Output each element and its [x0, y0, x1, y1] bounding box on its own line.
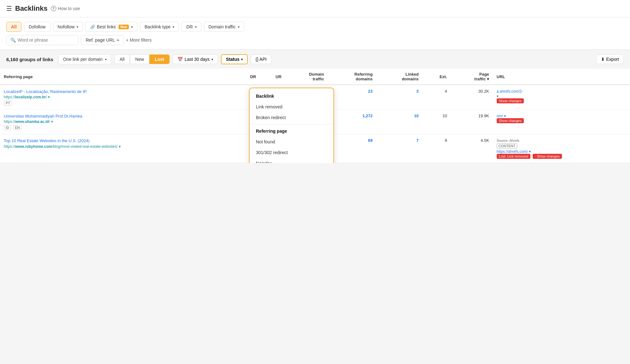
more-filters-button[interactable]: + More filters [126, 38, 152, 43]
table-header-row: Referring page DR UR Domaintraffic Refer… [0, 69, 630, 85]
ref-page-url: https://www.rubyhome.com/blog/most-visit… [4, 144, 118, 149]
domain-traffic-chevron-icon: ▾ [238, 25, 240, 29]
page-title: Backlinks [15, 4, 48, 13]
cell-page-traffic: 4.0K [451, 134, 493, 163]
cell-url: Source: Ahrefs CONTENT https://ahrefs.co… [493, 134, 630, 163]
show-changes-button[interactable]: · Show changes [533, 154, 562, 159]
period-chevron-icon: ▾ [211, 58, 213, 61]
cell-page-traffic: 30.2K [451, 85, 493, 110]
status-dropdown: Backlink Link removed Broken redirect Re… [249, 88, 334, 163]
tab-group: All New Lost [114, 55, 170, 64]
nofollow-chevron-icon: ▾ [77, 25, 78, 29]
tab-all-button[interactable]: All [114, 55, 130, 64]
cell-linked-domains[interactable]: 10 [376, 110, 422, 134]
url-dropdown-arrow: ▾ [119, 144, 121, 149]
filters-bar: All Dofollow Nofollow ▾ 🔗 Best links New… [0, 17, 630, 50]
main-content: Referring page DR UR Domaintraffic Refer… [0, 69, 630, 163]
ref-page-link[interactable]: LocalizeIP - Localização, Rastreamento d… [4, 89, 87, 94]
ref-page-url: https://www.uhamka.ac.id/ ▾ [4, 119, 53, 124]
one-link-chevron-icon: ▾ [105, 58, 107, 61]
lang-tag-en: EN [13, 125, 22, 130]
export-icon: ⬇ [601, 57, 605, 62]
source-label: Source: Ahrefs [497, 139, 519, 142]
cell-ext: 9 [422, 134, 451, 163]
cell-referring-page: Universitas Muhammadiyah Prof.Dr.Hamka h… [0, 110, 234, 134]
col-referring-page: Referring page [0, 69, 234, 85]
calendar-icon: 📅 [177, 57, 183, 62]
filter-dr-button[interactable]: DR ▾ [182, 22, 201, 32]
filter-domain-traffic-button[interactable]: Domain traffic ▾ [204, 22, 244, 32]
url-text[interactable]: om/ [497, 114, 503, 118]
dr-chevron-icon: ▾ [195, 25, 197, 29]
dropdown-301-302[interactable]: 301/302 redirect [250, 147, 333, 158]
cell-referring-page: LocalizeIP - Localização, Rastreamento d… [0, 85, 234, 110]
header: ☰ Backlinks ? How to use [0, 0, 630, 17]
filter-best-links-button[interactable]: 🔗 Best links New ▾ [85, 22, 137, 32]
how-to-use-label: How to use [58, 6, 80, 11]
ref-page-url-button[interactable]: Ref. page URL ▾ [81, 35, 124, 45]
dropdown-not-found[interactable]: Not found [250, 136, 333, 147]
how-to-use-button[interactable]: ? How to use [51, 6, 80, 11]
export-button[interactable]: ⬇ Export [596, 55, 624, 64]
one-link-per-domain-button[interactable]: One link per domain ▾ [58, 54, 111, 64]
cell-referring-domains[interactable]: 69 [328, 134, 376, 163]
dropdown-backlink-header: Backlink [250, 91, 333, 101]
dropdown-divider [250, 124, 333, 124]
col-linked-domains: Linkeddomains [376, 69, 422, 85]
url-suffix: ▾ [497, 94, 499, 98]
dropdown-referring-page-header: Referring page [250, 126, 333, 136]
menu-icon[interactable]: ☰ [6, 5, 12, 12]
content-badge: CONTENT [497, 143, 517, 148]
url-text[interactable]: https://ahrefs.com/ ▾ [497, 149, 531, 154]
col-dr: DR [234, 69, 260, 85]
status-chevron-icon: ▾ [241, 58, 243, 61]
cell-linked-domains[interactable]: 7 [376, 134, 422, 163]
dropdown-noindex[interactable]: Noindex [250, 158, 333, 163]
dropdown-link-removed[interactable]: Link removed [250, 101, 333, 112]
status-button[interactable]: Status ▾ [221, 54, 248, 64]
ref-page-url: https://localizeip.com.br/ ▾ [4, 95, 50, 99]
tab-lost-button[interactable]: Lost [149, 55, 170, 64]
filter-row-1: All Dofollow Nofollow ▾ 🔗 Best links New… [6, 22, 624, 32]
cell-url: om/ ▾ Show changes [493, 110, 630, 134]
col-ext: Ext. [422, 69, 451, 85]
ref-page-link[interactable]: Top 10 Real Estate Websites in the U.S. … [4, 138, 90, 143]
col-url: URL [493, 69, 630, 85]
cell-linked-domains[interactable]: 3 [376, 85, 422, 110]
ref-page-link[interactable]: Universitas Muhammadiyah Prof.Dr.Hamka [4, 114, 82, 118]
filter-backlink-type-button[interactable]: Backlink type ▾ [140, 22, 179, 32]
api-button[interactable]: {} API [251, 55, 271, 64]
filter-all-button[interactable]: All [6, 22, 21, 32]
link-icon: 🔗 [90, 25, 95, 29]
new-badge: New [118, 25, 129, 29]
filter-row-2: 🔍 Ref. page URL ▾ + More filters [6, 35, 624, 45]
cell-page-traffic: 19.9K [451, 110, 493, 134]
cell-url: a.ahrefs.com/2- ▾ Show changes [493, 85, 630, 110]
filter-nofollow-button[interactable]: Nofollow ▾ [53, 22, 83, 32]
lang-tag-id: ID [4, 125, 11, 130]
search-input[interactable] [18, 38, 74, 43]
col-page-traffic[interactable]: Pagetraffic ▾ [451, 69, 493, 85]
help-icon: ? [51, 6, 56, 11]
url-text[interactable]: a.ahrefs.com/2- [497, 89, 523, 94]
table-toolbar: 6,160 groups of links One link per domai… [0, 50, 630, 69]
show-changes-button[interactable]: Show changes [497, 118, 524, 123]
lang-tag-pt: PT [4, 101, 12, 106]
tab-new-button[interactable]: New [130, 55, 149, 64]
filter-dofollow-button[interactable]: Dofollow [24, 22, 50, 32]
lost-label: Lost: Link removed [497, 154, 530, 159]
cell-referring-page: Top 10 Real Estate Websites in the U.S. … [0, 134, 234, 163]
search-icon: 🔍 [10, 38, 16, 43]
cell-referring-domains[interactable]: 1,272 [328, 110, 376, 134]
period-button[interactable]: 📅 Last 30 days ▾ [173, 55, 218, 64]
best-links-chevron-icon: ▾ [131, 25, 133, 29]
cell-referring-domains[interactable]: 23 [328, 85, 376, 110]
col-ur: UR [260, 69, 285, 85]
search-wrap: 🔍 [6, 35, 78, 45]
show-changes-button[interactable]: Show changes [497, 98, 524, 103]
groups-count: 6,160 groups of links [6, 57, 53, 62]
dropdown-broken-redirect[interactable]: Broken redirect [250, 112, 333, 123]
url-arrow: ▾ [504, 114, 506, 118]
cell-ext: 4 [422, 85, 451, 110]
ref-page-url-chevron-icon: ▾ [117, 38, 119, 42]
